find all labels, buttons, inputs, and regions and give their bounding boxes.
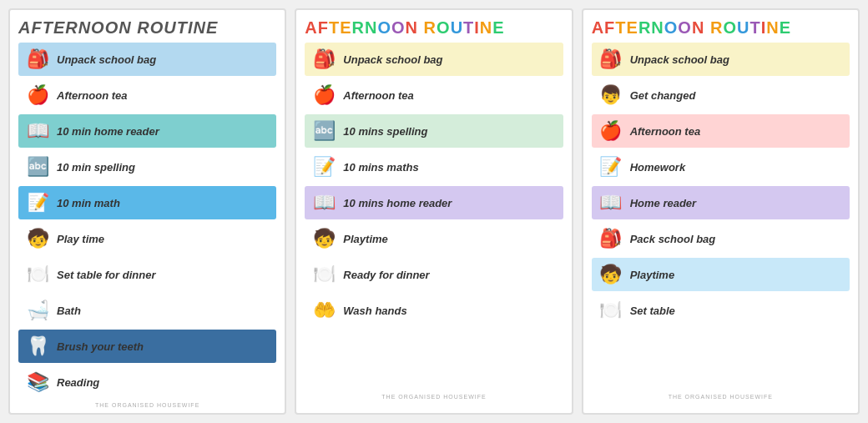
routine-label: Bath (57, 305, 81, 317)
routine-item: 📝10 mins maths (305, 150, 563, 184)
routine-list: 🎒Unpack school bag👦Get changed🍎Afternoon… (592, 43, 850, 390)
routine-icon: 🎒 (310, 45, 338, 73)
routine-icon: 📝 (310, 153, 338, 181)
routine-icon: 🧒 (23, 224, 52, 253)
routine-icon: 🔤 (23, 153, 52, 181)
routine-item: 🎒Unpack school bag (18, 43, 276, 76)
card-title: AFTERNOON ROUTINE (305, 18, 563, 38)
routine-label: Ready for dinner (343, 269, 429, 281)
routine-label: Wash hands (343, 305, 406, 317)
routine-item: 📖10 min home reader (18, 114, 276, 148)
routine-label: Unpack school bag (343, 53, 442, 66)
routine-icon: 🎒 (23, 45, 52, 73)
routine-list: 🎒Unpack school bag🍎Afternoon tea📖10 min … (18, 43, 276, 399)
routine-item: 📖Home reader (592, 186, 850, 219)
routine-list: 🎒Unpack school bag🍎Afternoon tea🔤10 mins… (305, 43, 563, 390)
routine-icon: 🍽️ (310, 260, 338, 289)
routine-label: 10 mins home reader (343, 197, 452, 209)
routine-label: Home reader (630, 197, 696, 209)
routine-label: Afternoon tea (57, 89, 128, 102)
watermark: THE ORGANISED HOUSEWIFE (592, 394, 850, 400)
routine-label: Set table for dinner (57, 269, 155, 281)
routine-label: Afternoon tea (630, 125, 701, 138)
routine-label: Brush your teeth (57, 340, 144, 353)
routine-item: 🧒Playtime (592, 258, 850, 291)
routine-card-1: AFTERNOON ROUTINE🎒Unpack school bag🍎Afte… (8, 8, 286, 415)
routine-icon: 🎒 (597, 45, 625, 73)
card-title: AFTERNOON ROUTINE (18, 18, 276, 38)
routine-label: Afternoon tea (343, 89, 414, 102)
routine-label: Pack school bag (630, 233, 716, 245)
routine-item: 🍎Afternoon tea (18, 78, 276, 112)
routine-icon: 👦 (597, 81, 625, 109)
routine-label: Unpack school bag (57, 53, 156, 66)
routine-item: 🍎Afternoon tea (592, 114, 850, 148)
routine-icon: 🧒 (597, 260, 625, 289)
routine-item: 🛁Bath (18, 294, 276, 327)
routine-label: Playtime (630, 269, 674, 281)
routine-icon: 📝 (597, 153, 625, 181)
routine-icon: 🛁 (23, 296, 52, 325)
routine-card-2: AFTERNOON ROUTINE🎒Unpack school bag🍎Afte… (295, 8, 573, 415)
routine-item: 👦Get changed (592, 78, 850, 112)
routine-label: 10 min spelling (57, 161, 135, 174)
routine-item: 📖10 mins home reader (305, 186, 563, 219)
routine-icon: 🎒 (597, 224, 625, 253)
routine-label: Get changed (630, 89, 696, 102)
routine-item: 🎒Unpack school bag (305, 43, 563, 76)
routine-item: 🦷Brush your teeth (18, 330, 276, 363)
routine-icon: 🍎 (597, 117, 625, 145)
routine-item: 🤲Wash hands (305, 294, 563, 327)
routine-icon: 📖 (23, 117, 52, 145)
card-title: AFTERNOON ROUTINE (592, 18, 850, 38)
routine-item: 🍽️Ready for dinner (305, 258, 563, 291)
routine-item: 🎒Unpack school bag (592, 43, 850, 76)
routine-label: 10 mins spelling (343, 125, 427, 138)
routine-item: 🍽️Set table for dinner (18, 258, 276, 291)
routine-label: 10 mins maths (343, 161, 418, 174)
routine-icon: 🦷 (23, 332, 52, 360)
routine-item: 📝10 min math (18, 186, 276, 219)
routine-icon: 🍽️ (597, 296, 625, 325)
routine-item: 📝Homework (592, 150, 850, 184)
routine-item: 📚Reading (18, 365, 276, 399)
main-container: AFTERNOON ROUTINE🎒Unpack school bag🍎Afte… (0, 0, 868, 423)
routine-card-3: AFTERNOON ROUTINE🎒Unpack school bag👦Get … (582, 8, 860, 415)
watermark: THE ORGANISED HOUSEWIFE (18, 402, 276, 408)
routine-icon: 📝 (23, 189, 52, 217)
routine-item: 🍽️Set table (592, 294, 850, 327)
routine-icon: 📚 (23, 368, 52, 396)
watermark: THE ORGANISED HOUSEWIFE (305, 394, 563, 400)
routine-label: Homework (630, 161, 685, 174)
routine-icon: 🔤 (310, 117, 338, 145)
routine-icon: 🍎 (23, 81, 52, 109)
routine-label: 10 min home reader (57, 125, 159, 138)
routine-item: 🧒Play time (18, 222, 276, 255)
routine-label: Set table (630, 305, 675, 317)
routine-item: 🎒Pack school bag (592, 222, 850, 255)
routine-icon: 🤲 (310, 296, 338, 325)
routine-item: 🔤10 min spelling (18, 150, 276, 184)
routine-item: 🍎Afternoon tea (305, 78, 563, 112)
routine-icon: 🧒 (310, 224, 338, 253)
routine-label: Reading (57, 376, 99, 389)
routine-item: 🧒Playtime (305, 222, 563, 255)
routine-item: 🔤10 mins spelling (305, 114, 563, 148)
routine-label: Unpack school bag (630, 53, 729, 66)
routine-label: Playtime (343, 233, 387, 245)
routine-icon: 📖 (310, 189, 338, 217)
routine-label: Play time (57, 233, 104, 245)
routine-icon: 🍽️ (23, 260, 52, 289)
routine-icon: 📖 (597, 189, 625, 217)
routine-icon: 🍎 (310, 81, 338, 109)
routine-label: 10 min math (57, 197, 120, 209)
